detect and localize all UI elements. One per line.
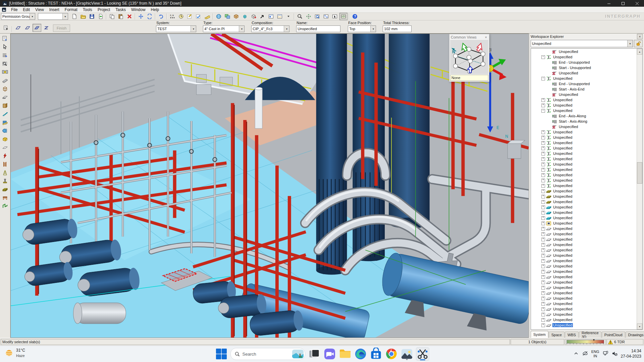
tree-expander[interactable]: + — [541, 238, 545, 241]
tree-expander[interactable]: + — [541, 216, 545, 220]
search-structure-button[interactable] — [0, 59, 10, 68]
chevron-down-icon[interactable]: ▼ — [627, 40, 633, 47]
store-button[interactable] — [370, 348, 382, 360]
menu-format[interactable]: Format — [62, 7, 80, 12]
tree-expander[interactable]: + — [541, 152, 545, 156]
tree-expander[interactable]: + — [541, 173, 545, 177]
tree-expander[interactable]: + — [541, 211, 545, 215]
column-base-tool-button[interactable] — [0, 177, 10, 185]
menu-edit[interactable]: Edit — [20, 7, 33, 12]
tree-item[interactable]: +Unspecified — [531, 92, 637, 97]
split-member-button[interactable] — [0, 68, 10, 76]
tree-item[interactable]: +Unspecified — [531, 247, 637, 253]
dropdown-button[interactable] — [284, 13, 292, 20]
format-view-button[interactable] — [215, 13, 223, 20]
tree-expander[interactable]: + — [541, 297, 545, 300]
pan-button[interactable] — [305, 13, 313, 20]
tree-item[interactable]: +Unspecified — [531, 322, 637, 328]
slab-properties-button[interactable] — [2, 24, 10, 32]
undo-button[interactable] — [157, 13, 165, 20]
style-combo[interactable]: ▼ — [38, 13, 68, 20]
clock[interactable]: 14:3427-04-2023 — [621, 349, 641, 359]
tree-expander[interactable]: + — [541, 222, 545, 225]
field-type-select[interactable]: 4" Cast in Pl▼ — [203, 25, 245, 32]
weather-widget[interactable]: 31°C Haze — [5, 348, 25, 358]
menu-file[interactable]: File — [8, 7, 20, 12]
graphic-view[interactable]: E N El — [10, 34, 529, 338]
new-button[interactable] — [70, 13, 78, 20]
tree-expander[interactable]: + — [541, 232, 545, 236]
search-input[interactable]: Search — [230, 348, 305, 360]
tree-item[interactable]: +Unspecified — [531, 151, 637, 156]
tree-item[interactable]: +Unspecified — [531, 290, 637, 296]
tree-item[interactable]: +Unspecified — [531, 306, 637, 312]
tree-expander[interactable]: + — [541, 184, 545, 188]
file-explorer-button[interactable] — [339, 348, 352, 360]
tree-item[interactable]: +Start - Unsupported — [531, 65, 637, 70]
tree-expander[interactable]: + — [541, 318, 545, 322]
chevron-down-icon[interactable]: ▼ — [191, 26, 196, 32]
tree-expander[interactable]: + — [541, 163, 545, 166]
tree-item[interactable]: +Unspecified — [531, 124, 637, 129]
tree-item[interactable]: +Unspecified — [531, 301, 637, 306]
sketch-add-button[interactable] — [195, 13, 203, 20]
tree-item[interactable]: +Unspecified — [531, 296, 637, 301]
close-button[interactable] — [630, 0, 644, 7]
tree-expander[interactable]: − — [541, 55, 545, 59]
close-icon[interactable]: × — [637, 34, 643, 39]
tree-item[interactable]: +Unspecified — [531, 162, 637, 167]
slab-mode-edge-button[interactable] — [42, 24, 51, 32]
field-name-input[interactable]: Unspecified — [296, 25, 340, 32]
slab-flat-tool-button[interactable] — [0, 143, 10, 152]
arrow-ne-button[interactable] — [258, 13, 266, 20]
tree-item[interactable]: +Unspecified — [531, 317, 637, 322]
zoom-button[interactable] — [296, 13, 304, 20]
fit-view-button[interactable] — [322, 13, 330, 20]
minimize-button[interactable] — [602, 0, 616, 7]
member-system-button[interactable] — [0, 51, 10, 59]
permission-group-combo[interactable]: Permission Group▼ — [1, 13, 35, 20]
chevron-down-icon[interactable]: ▼ — [284, 26, 289, 32]
menu-window[interactable]: Window — [128, 7, 148, 12]
tab-wbs[interactable]: WBS — [565, 331, 579, 338]
cylinder-tool-button[interactable] — [0, 126, 10, 135]
tree-item[interactable]: +Unspecified — [531, 237, 637, 242]
tree-item[interactable]: +Unspecified — [531, 194, 637, 199]
volume-muted-icon[interactable] — [612, 351, 618, 358]
window-select-button[interactable] — [276, 13, 284, 20]
menu-help[interactable]: Help — [148, 7, 162, 12]
tree-item[interactable]: +Unspecified — [531, 269, 637, 274]
common-views-cube[interactable]: N — [450, 40, 488, 74]
tree-item[interactable]: +Unspecified — [531, 188, 637, 194]
menu-tasks[interactable]: Tasks — [113, 7, 128, 12]
tree-expander[interactable]: + — [541, 270, 545, 274]
tree-item[interactable]: +Unspecified — [531, 103, 637, 108]
menu-tools[interactable]: Tools — [80, 7, 95, 12]
tree-expander[interactable]: + — [541, 286, 545, 290]
tree-expander[interactable]: + — [541, 205, 545, 209]
slab-mode-hatch-button[interactable] — [33, 24, 41, 32]
delete-button[interactable] — [125, 13, 133, 20]
tree-expander[interactable]: + — [541, 227, 545, 231]
tree-expander[interactable]: + — [541, 146, 545, 150]
tree-item[interactable]: +Unspecified — [531, 178, 637, 183]
tree-item[interactable]: +Unspecified — [531, 263, 637, 269]
tree-item[interactable]: +Unspecified — [531, 242, 637, 247]
tree-expander[interactable]: + — [541, 136, 545, 139]
tower-tool-button[interactable] — [0, 168, 10, 177]
tree-expander[interactable]: + — [541, 179, 545, 182]
onedrive-icon[interactable] — [582, 351, 588, 358]
opening-tool-button[interactable] — [0, 101, 10, 110]
tree-item[interactable]: +Unspecified — [531, 145, 637, 151]
tree-expander[interactable]: − — [541, 77, 545, 80]
tree-item[interactable]: +Unspecified — [531, 210, 637, 215]
move-button[interactable] — [137, 13, 145, 20]
chevron-down-icon[interactable]: ▼ — [30, 13, 35, 19]
tree-expander[interactable]: + — [541, 195, 545, 198]
tree-expander[interactable]: + — [541, 291, 545, 295]
tree-expander[interactable]: + — [541, 200, 545, 204]
tree-item[interactable]: +Unspecified — [531, 129, 637, 135]
tree-expander[interactable]: + — [541, 141, 545, 145]
close-icon[interactable]: × — [484, 35, 488, 39]
open-button[interactable] — [79, 13, 87, 20]
